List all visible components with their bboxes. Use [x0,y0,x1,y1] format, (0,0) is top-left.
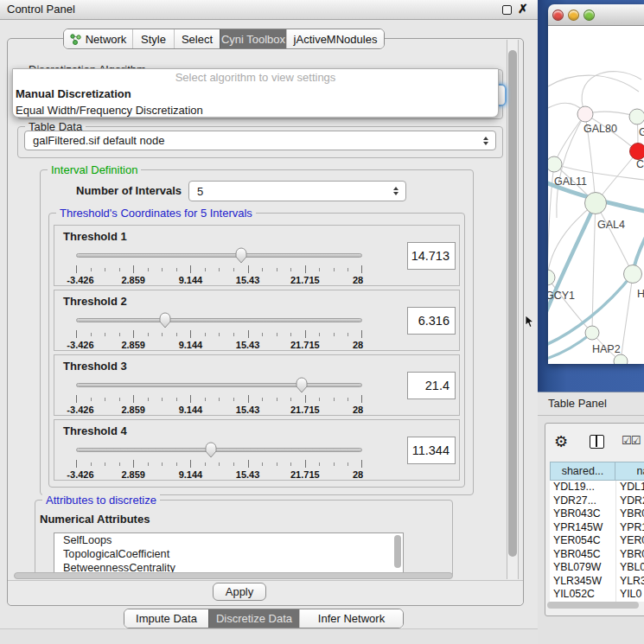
slider-thumb[interactable] [296,377,309,393]
slider-ticks [76,460,362,468]
network-node[interactable] [624,265,642,284]
slider-track[interactable] [76,318,362,322]
network-node-hap2[interactable] [585,326,599,340]
tab-jactivemnodules[interactable]: jActiveMNodules [286,29,384,48]
threshold-4-value-field[interactable] [407,437,456,464]
zoom-window-button[interactable] [583,10,595,21]
threshold-4-slider[interactable]: -3.426 2.859 9.144 15.43 21.715 28 [76,441,362,481]
column-header-name[interactable]: na [615,462,644,481]
tab-impute-data[interactable]: Impute Data [124,609,208,628]
apply-button[interactable]: Apply [213,583,266,601]
option-manual-discretization[interactable]: Manual Discretization [13,86,498,102]
network-node-gal4[interactable] [585,193,607,214]
threshold-4-panel: Threshold 4 -3.426 2.859 9.144 15.43 21.… [54,419,460,481]
table-data-combobox[interactable]: galFiltered.sif default node [24,131,496,150]
numerical-attributes-list: SelfLoops TopologicalCoefficient Between… [54,532,404,576]
table-row[interactable]: YBL079WYBL0 [550,561,644,575]
mouse-cursor [525,316,534,328]
network-node-selected-red[interactable] [630,143,644,160]
list-scrollbar[interactable] [394,535,401,568]
threshold-1-panel: Threshold 1 -3.426 2.859 9.144 15.43 21.… [54,225,460,286]
slider-ticks [76,330,362,338]
network-node[interactable] [629,109,644,124]
network-node-gal11[interactable] [548,156,562,172]
node-label: HAP2 [592,343,621,355]
checkbox-columns-icon[interactable]: ☑☑ [622,434,640,447]
list-item-topologicalcoefficient[interactable]: TopologicalCoefficient [54,547,403,561]
slider-track[interactable] [76,253,362,258]
split-columns-icon[interactable] [590,435,604,449]
group-title-thresholds: Threshold's Coordinates for 5 Intervals [56,207,256,220]
table-row[interactable]: YBR043CYBR0 [550,507,644,521]
threshold-3-panel: Threshold 3 -3.426 2.859 9.144 15.43 21.… [54,354,460,416]
threshold-1-label: Threshold 1 [63,230,127,243]
tab-network[interactable]: Network [64,29,132,48]
group-title-attributes: Attributes to discretize [42,494,160,507]
node-table: shared... na YDL19...YDL1 YDR27...YDR2 Y… [550,462,644,602]
table-row[interactable]: YIL052CYIL0 [550,588,644,602]
tab-cyni-toolbox[interactable]: Cyni Toolbox [220,29,286,48]
slider-thumb[interactable] [204,442,217,458]
network-node[interactable] [614,354,628,364]
node-label: GCY1 [548,290,575,302]
screenshot-root: Control Panel ✗ Network Style Select Cyn… [0,0,644,644]
threshold-3-label: Threshold 3 [63,360,127,373]
control-panel-titlebar: Control Panel ✗ [0,0,538,20]
close-window-button[interactable] [552,10,564,21]
tab-select[interactable]: Select [174,29,220,48]
list-item-selfloops[interactable]: SelfLoops [54,533,403,547]
table-row[interactable]: YDL19...YDL1 [550,481,644,494]
vertical-scrollbar-thumb[interactable] [508,50,517,557]
tab-style[interactable]: Style [132,29,174,48]
threshold-2-slider[interactable]: -3.426 2.859 9.144 15.43 21.715 28 [76,311,362,351]
node-label: H [637,288,644,300]
tab-infer-network[interactable]: Infer Network [299,609,403,628]
table-row[interactable]: YDR27...YDR2 [550,494,644,508]
threshold-1-slider[interactable]: -3.426 2.859 9.144 15.43 21.715 28 [76,246,362,286]
tab-network-label: Network [86,33,127,46]
column-header-shared-name[interactable]: shared... [550,462,615,481]
number-of-intervals-combobox[interactable]: 5 [188,181,406,201]
close-panel-icon[interactable]: ✗ [518,2,528,16]
node-label: GAL11 [554,175,587,188]
network-window-titlebar[interactable] [548,4,644,26]
table-row[interactable]: YPR145WYPR1 [550,521,644,535]
threshold-2-label: Threshold 2 [63,295,127,308]
option-equal-width-frequency[interactable]: Equal Width/Frequency Discretization [13,102,498,118]
node-table-container: ⚙ ☑☑ shared... na YDL19...YDL1 YDR27...Y… [545,423,644,616]
slider-thumb[interactable] [158,312,171,328]
minimize-window-button[interactable] [568,10,579,21]
table-horizontal-scrollbar[interactable] [547,602,639,609]
table-panel-titlebar: Table Panel [538,392,644,416]
network-graph[interactable]: GAL80 GA GAL11 C GAL4 GCY1 H HAP2 [548,26,644,364]
node-label: GAL4 [597,219,625,231]
network-node-gal80[interactable] [577,106,593,122]
node-label: C [636,158,644,170]
control-panel-tabs: Network Style Select Cyni Toolbox jActiv… [63,29,385,49]
slider-track[interactable] [76,448,362,452]
combo-arrows-icon [389,187,403,195]
panel-title: Control Panel [7,3,75,16]
slider-track[interactable] [76,383,362,387]
threshold-1-value-field[interactable] [407,242,456,270]
horizontal-scrollbar[interactable] [14,572,453,579]
threshold-3-value-field[interactable] [407,372,456,399]
threshold-3-slider[interactable]: -3.426 2.859 9.144 15.43 21.715 28 [76,376,362,416]
network-node-gcy1[interactable] [548,270,555,285]
float-panel-icon[interactable] [502,5,512,15]
slider-ticks [76,395,362,403]
numerical-attributes-label: Numerical Attributes [40,513,150,526]
slider-thumb[interactable] [234,247,247,264]
cyni-bottom-tabs: Impute Data Discretize Data Infer Networ… [124,609,404,628]
gear-icon[interactable]: ⚙ [554,432,568,451]
threshold-2-value-field[interactable] [407,307,456,335]
network-canvas[interactable]: GAL80 GA GAL11 C GAL4 GCY1 H HAP2 [548,26,644,364]
table-data-value: galFiltered.sif default node [25,134,479,147]
tab-discretize-data[interactable]: Discretize Data [208,609,299,628]
table-row[interactable]: YLR345WYLR3 [550,575,644,589]
group-title-interval: Interval Definition [48,163,141,176]
table-row[interactable]: YER054CYER0 [550,534,644,548]
node-label: GAL80 [583,123,617,135]
table-row[interactable]: YBR045CYBR0 [550,548,644,562]
table-panel-title: Table Panel [548,397,607,410]
